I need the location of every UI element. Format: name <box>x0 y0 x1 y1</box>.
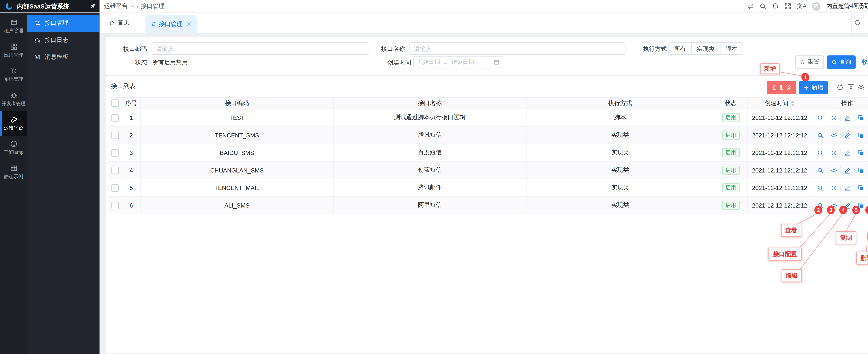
config-icon[interactable] <box>827 166 840 174</box>
divider <box>834 83 834 92</box>
row-checkbox[interactable] <box>112 149 119 156</box>
cell-code: TENCENT_MAIL <box>141 179 334 196</box>
annotation-label-copy: 复制 <box>836 231 856 244</box>
row-checkbox[interactable] <box>112 131 119 139</box>
delete-icon[interactable] <box>867 131 868 139</box>
row-checkbox[interactable] <box>112 184 119 191</box>
config-icon[interactable] <box>827 149 840 157</box>
topbar-actions: 文A 内 内置超管-啊汤哥 <box>747 0 868 12</box>
list-title: 接口列表 <box>111 82 136 90</box>
chevron-down-icon[interactable] <box>866 19 868 26</box>
copy-icon[interactable] <box>854 131 867 139</box>
view-icon[interactable] <box>813 114 827 122</box>
edit-icon[interactable] <box>840 149 854 157</box>
search-icon[interactable] <box>760 3 767 9</box>
edit-icon[interactable] <box>840 166 854 174</box>
config-icon[interactable] <box>827 131 840 139</box>
row-checkbox[interactable] <box>112 166 119 174</box>
col-index: 序号 <box>122 98 141 109</box>
refresh-icon[interactable] <box>854 19 861 26</box>
edit-icon[interactable] <box>840 114 854 122</box>
trash-icon <box>800 59 805 65</box>
add-button[interactable]: 新增 <box>799 81 828 94</box>
bell-icon[interactable] <box>772 3 779 9</box>
sort-icon[interactable] <box>791 100 795 106</box>
sidebar-item-lamp[interactable]: 了解lamp <box>0 136 27 160</box>
search-button[interactable]: 查询 <box>827 55 856 69</box>
cell-created: 2021-12-12 12:12:12 <box>748 162 812 179</box>
submenu-item-template[interactable]: M 消息模板 <box>27 49 99 66</box>
name-input[interactable] <box>409 42 625 55</box>
col-created[interactable]: 创建时间 <box>748 98 812 109</box>
select-all-checkbox[interactable] <box>112 99 119 107</box>
annotation-marker-5: 5 <box>852 206 860 214</box>
exec-mode-group: 所有 实现类 脚本 <box>669 42 743 55</box>
collapse-link[interactable]: 收起 <box>862 55 868 69</box>
view-icon[interactable] <box>813 131 827 139</box>
app-window: 内部SaaS运营系统 运维平台 / 接口管理 文A 内 内置超管-啊汤哥 租户管… <box>0 0 868 354</box>
copy-icon[interactable] <box>854 166 867 174</box>
code-input[interactable] <box>152 42 369 55</box>
chevron-down-icon[interactable] <box>130 4 134 8</box>
submenu-item-interface[interactable]: 接口管理 <box>27 15 99 32</box>
tab-bar: 首页 接口管理 <box>99 12 868 33</box>
submenu-item-log[interactable]: 接口日志 <box>27 32 99 49</box>
date-range-picker[interactable]: 开始日期 → 结束日期 <box>413 56 503 69</box>
reset-button[interactable]: 重置 <box>795 55 824 69</box>
status-badge: 启用 <box>722 113 739 122</box>
tab-home[interactable]: 首页 <box>108 12 129 33</box>
delete-icon[interactable] <box>867 166 868 174</box>
cell-name: 测试通过脚本执行接口逻辑 <box>334 109 527 126</box>
exec-option-script[interactable]: 脚本 <box>720 42 743 55</box>
row-height-icon[interactable] <box>847 84 855 91</box>
delete-icon[interactable] <box>867 114 868 122</box>
exec-option-all[interactable]: 所有 <box>669 42 692 55</box>
filter-panel: 接口编码 接口名称 执行方式 所有 实现类 脚本 状态 所有启用禁用 创建时间 … <box>106 37 868 75</box>
cell-created: 2021-12-12 12:12:12 <box>748 127 812 144</box>
sidebar-item-app[interactable]: 应用管理 <box>0 38 27 63</box>
column-settings-icon[interactable] <box>858 84 865 91</box>
current-user[interactable]: 内置超管-啊汤哥 <box>826 2 868 10</box>
sidebar-item-system[interactable]: 系统管理 <box>0 63 27 87</box>
cell-name: 创蓝短信 <box>334 162 527 179</box>
copy-icon[interactable] <box>854 149 867 157</box>
interface-table: 序号 接口编码 接口名称 执行方式 状态 创建时间 操作 1 TEST 测试通过… <box>108 97 868 214</box>
config-icon[interactable] <box>827 184 840 192</box>
delete-button[interactable]: 删除 <box>767 81 796 94</box>
refresh-icon[interactable] <box>836 84 844 91</box>
cell-code: TENCENT_SMS <box>141 127 334 144</box>
tab-interface-management[interactable]: 接口管理 <box>145 15 197 33</box>
edit-icon[interactable] <box>840 131 854 139</box>
exec-option-impl[interactable]: 实现类 <box>691 42 720 55</box>
sidebar-item-static[interactable]: 静态示例 <box>0 160 27 184</box>
swap-icon[interactable] <box>747 3 754 9</box>
sidebar-item-ops[interactable]: 运维平台 <box>0 111 27 136</box>
copy-icon[interactable] <box>854 114 867 122</box>
row-checkbox[interactable] <box>112 114 119 121</box>
close-icon[interactable] <box>186 21 192 27</box>
annotation-label-add: 新增 <box>760 63 780 74</box>
view-icon[interactable] <box>813 166 827 174</box>
edit-icon[interactable] <box>840 184 854 192</box>
col-name: 接口名称 <box>334 98 527 109</box>
delete-icon[interactable] <box>867 184 868 192</box>
view-icon[interactable] <box>813 149 827 157</box>
avatar[interactable]: 内 <box>812 2 820 10</box>
breadcrumb-group[interactable]: 运维平台 <box>104 2 128 10</box>
cell-index: 5 <box>122 179 141 196</box>
sidebar-item-developer[interactable]: 开发者管理 <box>0 87 27 111</box>
sidebar-item-tenant[interactable]: 租户管理 <box>0 14 27 38</box>
fullscreen-icon[interactable] <box>784 3 791 9</box>
cell-code: ALI_SMS <box>141 197 334 214</box>
brand: 内部SaaS运营系统 <box>0 0 99 12</box>
copy-icon[interactable] <box>854 184 867 192</box>
row-checkbox[interactable] <box>112 201 119 209</box>
view-icon[interactable] <box>813 184 827 192</box>
status-filter-value[interactable]: 所有启用禁用 <box>152 56 188 69</box>
cell-exec: 实现类 <box>527 162 714 179</box>
pin-icon[interactable] <box>90 2 97 9</box>
config-icon[interactable] <box>827 114 840 122</box>
delete-icon[interactable] <box>867 149 868 157</box>
translate-icon[interactable]: 文A <box>797 2 806 10</box>
status-badge: 启用 <box>722 201 739 210</box>
